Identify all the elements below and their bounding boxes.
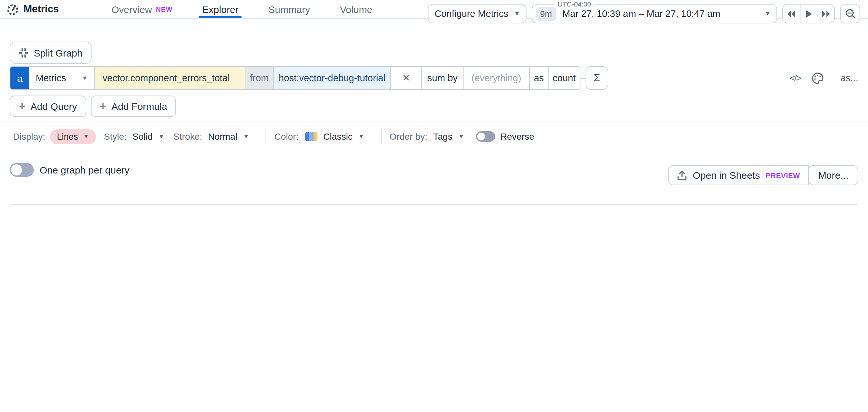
style-dropdown[interactable]: Solid ▼ — [132, 131, 164, 142]
shift-back-button[interactable] — [783, 4, 800, 23]
aggregation-button[interactable]: Σ — [586, 66, 608, 90]
data-source-dropdown[interactable]: Metrics ▼ — [29, 67, 95, 89]
display-options-row: Display: Lines ▼ Style: Solid ▼ Stroke: … — [13, 127, 534, 146]
add-formula-button[interactable]: + Add Formula — [91, 95, 176, 117]
header-controls: Configure Metrics ▼ UTC-04:00 9m Mar 27,… — [428, 4, 860, 23]
chevron-down-icon: ▼ — [458, 134, 464, 139]
sum-by-label: sum by — [422, 67, 464, 89]
split-graph-button[interactable]: Split Graph — [10, 41, 92, 64]
configure-metrics-button[interactable]: Configure Metrics ▼ — [428, 4, 527, 23]
plus-icon: + — [100, 101, 106, 112]
order-by-label: Order by: — [390, 131, 428, 142]
order-by-dropdown[interactable]: Tags ▼ — [433, 131, 464, 142]
metric-name-input[interactable]: vector.component_errors_total — [95, 67, 245, 89]
add-query-button[interactable]: + Add Query — [10, 95, 86, 117]
tab-volume[interactable]: Volume — [325, 0, 387, 18]
more-button[interactable]: More... — [809, 165, 858, 185]
stroke-label: Stroke: — [173, 131, 202, 142]
display-label: Display: — [13, 131, 45, 142]
duration-badge: 9m — [536, 7, 556, 21]
query-letter-badge[interactable]: a — [10, 67, 29, 89]
new-badge: NEW — [156, 5, 173, 13]
vertical-divider — [266, 129, 267, 144]
metrics-explorer-page: Metrics Overview NEW Explorer Summary Vo… — [0, 0, 868, 206]
query-row-actions: </> as... — [790, 66, 858, 90]
style-label: Style: — [104, 131, 127, 142]
as-label: as — [530, 67, 549, 89]
from-label: from — [245, 67, 274, 89]
palette-icon[interactable] — [811, 72, 824, 84]
metrics-logo: Metrics — [6, 3, 59, 15]
chevron-down-icon: ▼ — [158, 134, 164, 139]
one-graph-toggle[interactable] — [10, 163, 34, 177]
zoom-out-button[interactable] — [840, 4, 860, 23]
code-view-icon[interactable]: </> — [790, 73, 801, 83]
timezone-label: UTC-04:00 — [554, 0, 594, 8]
play-button[interactable] — [800, 4, 817, 23]
query-strip: a Metrics ▼ vector.component_errors_tota… — [10, 66, 580, 90]
palette-swatch — [305, 132, 317, 141]
fast-forward-icon — [821, 9, 831, 18]
count-dropdown[interactable]: count — [549, 67, 580, 89]
filter-tag[interactable]: host:vector-debug-tutorial — [274, 67, 391, 89]
chevron-down-icon: ▼ — [359, 134, 364, 139]
time-range-value: Mar 27, 10:39 am – Mar 27, 10:47 am — [562, 8, 765, 19]
gauge-icon — [6, 3, 19, 15]
sheet-actions: Open in Sheets PREVIEW More... — [668, 165, 858, 185]
group-by-input[interactable]: (everything) — [464, 67, 530, 89]
shift-forward-button[interactable] — [818, 4, 834, 23]
split-graph-icon — [19, 48, 29, 58]
vertical-divider — [381, 129, 382, 144]
chevron-down-icon: ▼ — [82, 75, 88, 81]
page-title: Metrics — [23, 3, 59, 15]
preview-badge: PREVIEW — [766, 171, 800, 179]
rewind-icon — [786, 9, 796, 18]
play-icon — [805, 9, 812, 18]
remove-filter-button[interactable]: × — [391, 67, 422, 89]
tab-overview[interactable]: Overview NEW — [96, 0, 187, 18]
open-in-sheets-button[interactable]: Open in Sheets PREVIEW — [668, 165, 809, 185]
query-builder-row: a Metrics ▼ vector.component_errors_tota… — [10, 66, 608, 90]
chevron-down-icon: ▼ — [243, 134, 249, 139]
query-connector — [580, 78, 586, 78]
color-label: Color: — [274, 131, 299, 142]
section-divider — [0, 121, 868, 122]
one-graph-label: One graph per query — [40, 165, 129, 175]
nav-tabs: Overview NEW Explorer Summary Volume — [96, 0, 387, 18]
time-shift-controls — [782, 4, 835, 23]
time-range-picker[interactable]: UTC-04:00 9m Mar 27, 10:39 am – Mar 27, … — [532, 4, 777, 23]
reverse-label: Reverse — [500, 131, 534, 142]
display-type-dropdown[interactable]: Lines ▼ — [50, 129, 96, 144]
chevron-down-icon: ▼ — [514, 11, 520, 17]
reverse-toggle[interactable] — [476, 131, 495, 142]
color-palette-dropdown[interactable]: Classic ▼ — [323, 131, 364, 142]
one-graph-row: One graph per query — [10, 163, 129, 177]
export-icon — [677, 170, 687, 180]
plus-icon: + — [19, 101, 25, 112]
tab-explorer[interactable]: Explorer — [187, 0, 253, 18]
as-more-control[interactable]: as... — [840, 73, 858, 83]
close-icon: × — [403, 71, 410, 85]
chevron-down-icon: ▼ — [765, 11, 771, 17]
chevron-down-icon: ▼ — [83, 134, 89, 139]
zoom-out-icon — [845, 8, 855, 19]
tab-summary[interactable]: Summary — [253, 0, 325, 18]
add-buttons-row: + Add Query + Add Formula — [10, 95, 176, 117]
chart-card: sum:vector.component_errors_total{host:v… — [10, 204, 858, 206]
top-navigation-bar: Metrics Overview NEW Explorer Summary Vo… — [0, 0, 868, 19]
stroke-dropdown[interactable]: Normal ▼ — [208, 131, 249, 142]
